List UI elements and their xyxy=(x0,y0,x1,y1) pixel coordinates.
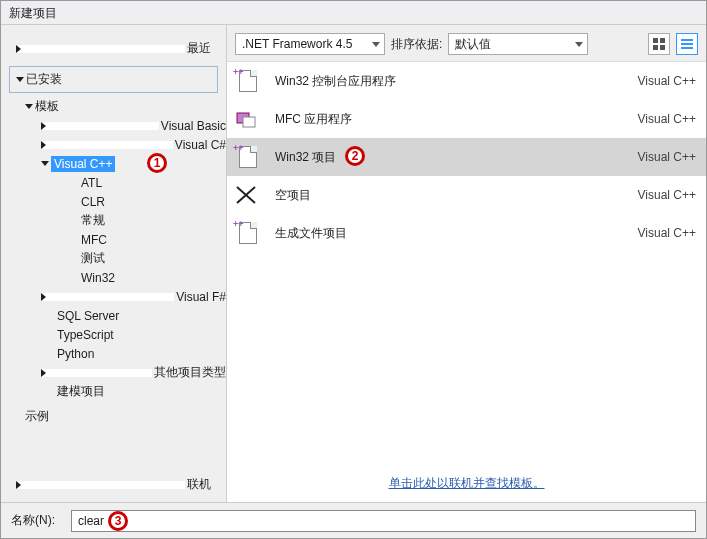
tree-label: 模板 xyxy=(35,98,59,115)
tree-templates[interactable]: 模板 xyxy=(25,97,226,116)
installed-section[interactable]: 已安装 xyxy=(9,66,218,93)
sort-combo[interactable]: 默认值 xyxy=(448,33,588,55)
tree-visual-cpp[interactable]: Visual C++ 1 xyxy=(41,154,226,173)
svg-rect-4 xyxy=(681,39,693,41)
tree-label: Visual C++ xyxy=(51,156,115,172)
dialog-title: 新建项目 xyxy=(1,1,706,25)
tree-visual-basic[interactable]: Visual Basic xyxy=(41,116,226,135)
chevron-right-icon xyxy=(41,293,174,301)
win32-project-icon: ++ xyxy=(233,143,265,171)
tree-mfc[interactable]: MFC xyxy=(81,230,226,249)
chevron-right-icon xyxy=(16,45,185,53)
list-item[interactable]: 空项目 Visual C++ xyxy=(227,176,706,214)
name-value: clear xyxy=(78,514,104,528)
chevron-down-icon xyxy=(41,161,49,166)
recent-label: 最近 xyxy=(187,40,211,57)
tree-visual-fsharp[interactable]: Visual F# xyxy=(41,287,226,306)
list-item[interactable]: ++ 生成文件项目 Visual C++ xyxy=(227,214,706,252)
tree-clr[interactable]: CLR xyxy=(81,192,226,211)
item-lang: Visual C++ xyxy=(638,150,696,164)
tree-win32[interactable]: Win32 xyxy=(81,268,226,287)
tree-samples[interactable]: 示例 xyxy=(25,407,226,426)
framework-combo[interactable]: .NET Framework 4.5 xyxy=(235,33,385,55)
tree-general[interactable]: 常规 xyxy=(81,211,226,230)
dialog-body: 最近 已安装 模板 Visual Basic Visual C# xyxy=(1,25,706,502)
svg-rect-1 xyxy=(660,38,665,43)
item-name: Win32 控制台应用程序 xyxy=(275,73,628,90)
new-project-dialog: 新建项目 最近 已安装 模板 Visual Basic xyxy=(0,0,707,539)
chevron-down-icon xyxy=(16,77,24,82)
tree-label: ATL xyxy=(81,176,102,190)
item-lang: Visual C++ xyxy=(638,74,696,88)
svg-rect-8 xyxy=(243,117,255,127)
item-name: 生成文件项目 xyxy=(275,225,628,242)
template-list: ++ Win32 控制台应用程序 Visual C++ MFC 应用程序 Vis… xyxy=(227,62,706,469)
console-app-icon: ++ xyxy=(233,67,265,95)
sort-value: 默认值 xyxy=(455,36,491,53)
online-link-bar: 单击此处以联机并查找模板。 xyxy=(227,469,706,502)
tree-label: 其他项目类型 xyxy=(154,364,226,381)
name-label: 名称(N): xyxy=(11,512,55,529)
tree-other-project-types[interactable]: 其他项目类型 xyxy=(41,363,226,382)
item-lang: Visual C++ xyxy=(638,112,696,126)
item-name: Win32 项目 xyxy=(275,149,628,166)
tree-label: 示例 xyxy=(25,408,49,425)
left-panel: 最近 已安装 模板 Visual Basic Visual C# xyxy=(1,25,226,502)
footer: 名称(N): clear 3 xyxy=(1,502,706,538)
online-label: 联机 xyxy=(187,476,211,493)
chevron-right-icon xyxy=(41,369,152,377)
chevron-down-icon xyxy=(575,42,583,47)
svg-rect-3 xyxy=(660,45,665,50)
tree-label: Visual C# xyxy=(175,138,226,152)
sort-label: 排序依据: xyxy=(391,36,442,53)
svg-rect-0 xyxy=(653,38,658,43)
svg-rect-5 xyxy=(681,43,693,45)
framework-value: .NET Framework 4.5 xyxy=(242,37,352,51)
item-name: MFC 应用程序 xyxy=(275,111,628,128)
annotation-1: 1 xyxy=(147,153,167,173)
annotation-3: 3 xyxy=(108,511,128,531)
annotation-2: 2 xyxy=(345,146,365,166)
recent-section[interactable]: 最近 xyxy=(9,35,218,62)
list-icon xyxy=(681,38,693,50)
svg-rect-6 xyxy=(681,47,693,49)
tree-python[interactable]: Python xyxy=(57,344,226,363)
tree-atl[interactable]: ATL xyxy=(81,173,226,192)
tree-visual-csharp[interactable]: Visual C# xyxy=(41,135,226,154)
tree-test[interactable]: 测试 xyxy=(81,249,226,268)
chevron-right-icon xyxy=(16,481,185,489)
tree-typescript[interactable]: TypeScript xyxy=(57,325,226,344)
tree-label: 建模项目 xyxy=(57,383,105,400)
installed-label: 已安装 xyxy=(26,71,62,88)
view-details-button[interactable] xyxy=(676,33,698,55)
list-item[interactable]: MFC 应用程序 Visual C++ xyxy=(227,100,706,138)
tree-label: MFC xyxy=(81,233,107,247)
tree-label: TypeScript xyxy=(57,328,114,342)
tree-label: SQL Server xyxy=(57,309,119,323)
name-input[interactable]: clear 3 xyxy=(71,510,696,532)
tree-label: Visual F# xyxy=(176,290,226,304)
tree-label: 常规 xyxy=(81,212,105,229)
chevron-right-icon xyxy=(41,141,173,149)
chevron-down-icon xyxy=(25,104,33,109)
tree-modeling[interactable]: 建模项目 xyxy=(57,382,226,401)
item-name: 空项目 xyxy=(275,187,628,204)
online-section[interactable]: 联机 xyxy=(9,471,218,498)
template-tree: 模板 Visual Basic Visual C# Visual C++ 1 A… xyxy=(9,97,226,467)
tree-label: Win32 xyxy=(81,271,115,285)
chevron-right-icon xyxy=(41,122,159,130)
mfc-app-icon xyxy=(233,105,265,133)
toolbar: .NET Framework 4.5 排序依据: 默认值 xyxy=(227,25,706,62)
makefile-project-icon: ++ xyxy=(233,219,265,247)
grid-icon xyxy=(653,38,665,50)
tree-sql-server[interactable]: SQL Server xyxy=(57,306,226,325)
list-item[interactable]: ++ Win32 控制台应用程序 Visual C++ xyxy=(227,62,706,100)
list-item[interactable]: ++ Win32 项目 2 Visual C++ xyxy=(227,138,706,176)
empty-project-icon xyxy=(233,181,265,209)
tree-label: Visual Basic xyxy=(161,119,226,133)
tree-label: Python xyxy=(57,347,94,361)
chevron-down-icon xyxy=(372,42,380,47)
online-search-link[interactable]: 单击此处以联机并查找模板。 xyxy=(389,476,545,490)
view-medium-icons-button[interactable] xyxy=(648,33,670,55)
tree-label: 测试 xyxy=(81,250,105,267)
